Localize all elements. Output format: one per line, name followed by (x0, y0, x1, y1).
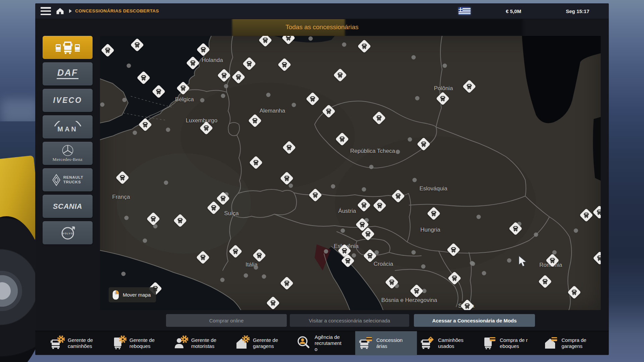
garage-gear-icon (234, 336, 250, 351)
country-label-luxemburgo: Luxemburgo (186, 117, 218, 124)
country-label-austria: Áustria (338, 208, 356, 215)
city-dot (352, 253, 356, 258)
city-dot (482, 271, 486, 276)
city-dot (369, 165, 374, 169)
trailer-gear-icon (111, 336, 126, 351)
map-borders (100, 36, 601, 310)
city-dot (200, 98, 205, 103)
brand-button-all-trucks[interactable] (43, 36, 93, 59)
country-label-croacia: Croácia (374, 261, 393, 267)
tab-concessionarias[interactable]: Concessionárias (355, 331, 417, 355)
city-dot (262, 275, 266, 279)
city-dot (324, 249, 328, 254)
dealer-map[interactable]: HolandaBélgicaLuxemburgoAlemanhaPolôniaR… (100, 36, 601, 310)
mouse-icon (112, 290, 119, 300)
city-dot (127, 64, 131, 68)
buy-online-button[interactable]: Comprar online (166, 314, 287, 327)
brand-button-scania[interactable]: SCANIA (43, 195, 93, 218)
tab-label: Gerente de reboques (129, 337, 158, 349)
svg-text:VOLVO: VOLVO (62, 232, 73, 234)
player-money: € 5,0M (490, 8, 537, 14)
country-label-suica: Suíça (224, 210, 238, 217)
city-dot (143, 239, 147, 243)
country-label-bosnia-e-herzegovina: Bósnia e Herzegovina (381, 297, 437, 304)
greece-flag-icon (459, 7, 471, 15)
tab-compra-de-reboques[interactable]: Compra de reboques (479, 331, 540, 355)
mouse-cursor (518, 255, 527, 269)
used-truck-icon (420, 336, 435, 351)
city-dot (309, 37, 313, 41)
visit-selected-dealer-button[interactable]: Visitar a concessionária selecionada (290, 314, 409, 327)
city-dot (224, 84, 228, 88)
city-dot (331, 184, 335, 189)
dealers-screen-panel: CONCESSIONÁRIAS DESCOBERTAS € 5,0M Seg 1… (35, 3, 609, 355)
hint-label: Mover mapa (123, 292, 151, 298)
brand-button-mercedes-benz[interactable]: Mercedes-Benz (43, 142, 93, 165)
tab-label: Caminhões usados (438, 337, 466, 349)
city-dot (412, 250, 416, 255)
tab-compra-de-garagens[interactable]: Compra de garagens (540, 331, 602, 355)
city-dot (166, 128, 170, 132)
country-label-franca: França (112, 194, 130, 200)
brand-button-iveco[interactable]: IVECO (43, 89, 93, 112)
city-dot (100, 103, 105, 107)
recruitment-icon (296, 336, 312, 351)
city-dot (471, 262, 475, 266)
brand-button-volvo[interactable]: VOLVO (43, 221, 93, 244)
garage-purchase-icon (543, 336, 558, 351)
tab-agencia-de-recrutamento[interactable]: Agência de recrutamento (293, 331, 355, 355)
country-label-alemanha: Alemanha (260, 108, 285, 114)
mod-dealer-button[interactable]: Acessar a Concessionária de Mods (414, 314, 535, 327)
game-time: Seg 15:17 (554, 8, 601, 14)
bottom-tab-bar: Gerente de caminhõesGerente de reboquesG… (35, 331, 609, 355)
city-dot (342, 43, 346, 47)
brand-sidebar: DAFIVECOMANMercedes-BenzRENAULTTRUCKSSCA… (43, 36, 93, 244)
city-dot (289, 184, 293, 188)
tab-gerente-de-caminhoes[interactable]: Gerente de caminhões (47, 331, 108, 355)
move-map-hint: Mover mapa (109, 287, 156, 302)
tab-gerente-de-garagens[interactable]: Gerente de garagens (232, 331, 293, 355)
city-dot (415, 96, 420, 101)
city-dot (244, 274, 248, 278)
menu-button[interactable] (41, 7, 51, 15)
city-dot (412, 55, 416, 60)
city-dot (133, 131, 137, 135)
city-dot (254, 265, 258, 270)
breadcrumb: CONCESSIONÁRIAS DESCOBERTAS (75, 8, 159, 13)
city-dot (413, 178, 417, 182)
top-bar: CONCESSIONÁRIAS DESCOBERTAS € 5,0M Seg 1… (35, 3, 609, 19)
city-dot (507, 258, 512, 263)
city-dot (443, 64, 447, 68)
tab-label: Gerente de caminhões (68, 337, 96, 349)
tab-label: Gerente de garagens (253, 337, 281, 349)
city-dot (221, 94, 225, 98)
city-dot (396, 150, 400, 154)
tab-label: Gerente de motoristas (191, 337, 219, 349)
tab-caminhoes-usados[interactable]: Caminhões usados (417, 331, 479, 355)
tab-gerente-de-motoristas[interactable]: Gerente de motoristas (170, 331, 232, 355)
city-dot (362, 187, 366, 192)
home-button[interactable] (55, 6, 65, 16)
country-label-polonia: Polônia (434, 85, 453, 92)
city-dot (292, 103, 296, 107)
city-dot (122, 98, 127, 102)
tab-label: Concessionárias (376, 337, 405, 349)
brand-button-man[interactable]: MAN (43, 115, 93, 138)
city-dot (164, 181, 168, 185)
page-title: Todas as concessionárias (35, 23, 609, 31)
truck-gear-icon (49, 336, 65, 351)
country-label-hungria: Hungria (420, 227, 440, 233)
brand-button-renault-trucks[interactable]: RENAULTTRUCKS (43, 168, 93, 191)
city-dot (477, 215, 481, 219)
city-dot (121, 272, 126, 276)
breadcrumb-chevron-icon (69, 9, 72, 13)
dealer-card-icon (358, 336, 373, 351)
country-label-holanda: Holanda (202, 57, 223, 64)
country-label-belgica: Bélgica (175, 96, 194, 103)
city-dot (124, 216, 129, 220)
city-dot (266, 93, 271, 97)
tab-label: Compra de reboques (500, 337, 528, 349)
brand-button-daf[interactable]: DAF (43, 62, 93, 85)
home-icon (55, 6, 65, 16)
tab-gerente-de-reboques[interactable]: Gerente de reboques (108, 331, 170, 355)
